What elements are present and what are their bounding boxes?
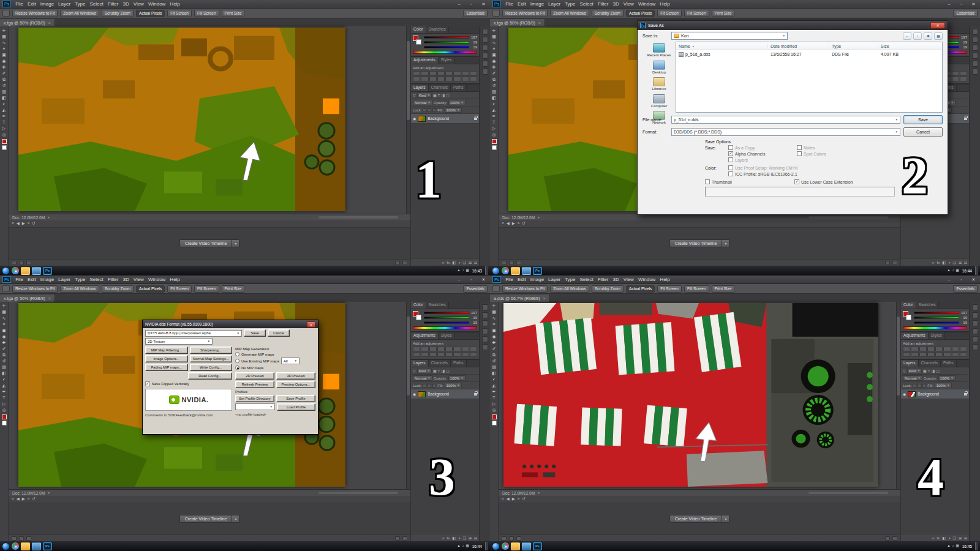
lock-position-icon[interactable] [432, 108, 436, 112]
adjustment-icon[interactable] [903, 347, 910, 351]
timeline-option-icon[interactable] [502, 261, 507, 265]
minimize-button[interactable]: – [455, 277, 463, 282]
adjustment-icon[interactable] [960, 77, 967, 81]
adjustment-icon[interactable] [952, 352, 959, 357]
column-type[interactable]: Type [829, 44, 878, 48]
show-desktop-button[interactable] [975, 542, 978, 550]
crop-tool[interactable]: ▣ [492, 52, 496, 58]
actions-panel-icon[interactable] [482, 328, 488, 334]
start-button[interactable] [492, 542, 500, 550]
layer-group-icon[interactable]: ❏ [463, 261, 466, 264]
start-button[interactable] [2, 267, 10, 275]
adjustment-icon[interactable] [453, 347, 461, 351]
play-icon[interactable]: ▶ [512, 497, 515, 501]
place-libraries[interactable]: Libraries [652, 77, 666, 91]
resize-windows-to-fit-option[interactable]: Resize Windows to Fit [502, 285, 548, 293]
timeline-option-icon[interactable] [516, 261, 521, 265]
crop-tool[interactable]: ▣ [492, 328, 496, 333]
volume-icon[interactable]: ♪ [462, 269, 464, 272]
timeline-type-caret[interactable]: ▼ [232, 239, 239, 247]
adjustment-icon[interactable] [421, 352, 428, 357]
generate-mip-maps-radio[interactable]: Generate MIP maps [235, 352, 315, 356]
menu-layer[interactable]: Layer [548, 1, 560, 7]
link-layers-icon[interactable]: ∞ [932, 261, 934, 264]
tab-swatches[interactable]: Swatches [426, 26, 449, 33]
canvas-image[interactable] [503, 303, 878, 487]
fit-screen-button[interactable]: Fit Screen [657, 285, 682, 293]
column-date-modified[interactable]: Date modified [768, 44, 829, 48]
filter-smart-icon[interactable]: ▢ [446, 369, 450, 373]
blend-mode-select[interactable]: Normal▼ [903, 375, 922, 381]
vertical-scrollbar[interactable] [406, 302, 410, 489]
timeline-option-icon[interactable] [19, 261, 24, 265]
tab-layers[interactable]: Layers [901, 360, 919, 367]
show-desktop-button[interactable] [975, 266, 978, 275]
dodge-tool[interactable]: ◭ [492, 107, 496, 113]
info-panel-icon[interactable] [972, 45, 978, 51]
clone-source-panel-icon[interactable] [482, 69, 488, 75]
adjustment-icon[interactable] [445, 71, 453, 76]
photoshop-taskbar-icon[interactable]: Ps [533, 542, 542, 550]
create-video-timeline-button[interactable]: Create Video Timeline [179, 239, 233, 247]
media-app-icon[interactable] [522, 542, 531, 550]
status-menu-icon[interactable]: ▼ [47, 491, 50, 495]
close-button[interactable]: ✕ [970, 2, 978, 7]
timeline-option-icon[interactable] [26, 261, 31, 265]
horizontal-scrollbar[interactable] [318, 216, 398, 219]
adjustment-icon[interactable] [437, 71, 445, 76]
tab-paths[interactable]: Paths [941, 360, 957, 367]
first-frame-icon[interactable]: « [12, 222, 14, 226]
tab-close-icon[interactable]: × [48, 21, 51, 25]
adjustment-layer-icon[interactable]: ◑ [458, 536, 461, 540]
eraser-tool[interactable]: ▨ [492, 89, 496, 94]
network-icon[interactable]: ▦ [466, 269, 469, 272]
foreground-color-swatch[interactable] [492, 414, 497, 419]
lasso-tool[interactable]: ∿ [2, 40, 6, 45]
lasso-tool[interactable]: ∿ [492, 40, 496, 45]
read-config-button[interactable]: Read Config... [188, 372, 233, 380]
tab-color[interactable]: Color [901, 302, 916, 309]
adjustment-icon[interactable] [421, 77, 428, 81]
sharpening-button[interactable]: Sharpening... [190, 347, 233, 354]
actual-pixels-button[interactable]: Actual Pixels [136, 285, 165, 293]
adjustment-icon[interactable] [943, 352, 951, 357]
no-mip-maps-radio[interactable]: No MIP maps [235, 365, 315, 370]
minimize-button[interactable]: – [455, 2, 463, 6]
resize-windows-to-fit-option[interactable]: Resize Windows to Fit [502, 10, 548, 17]
spot-colors-checkbox[interactable]: Spot Colors [797, 151, 826, 156]
menu-filter[interactable]: Filter [598, 277, 609, 282]
lasso-tool[interactable]: ∿ [492, 315, 496, 321]
blue-slider[interactable] [424, 46, 469, 48]
info-panel-icon[interactable] [482, 45, 488, 51]
start-button[interactable] [492, 267, 500, 275]
tab-layers[interactable]: Layers [411, 84, 429, 91]
kind-filter-select[interactable]: Kind▼ [907, 368, 922, 373]
menu-view[interactable]: View [134, 277, 144, 282]
fill-select[interactable]: 100%▼ [935, 383, 952, 388]
clone-source-panel-icon[interactable] [972, 344, 978, 350]
new-layer-icon[interactable]: ⊞ [469, 536, 472, 540]
eyedropper-tool[interactable]: ◉ [492, 58, 496, 64]
adjustment-icon[interactable] [413, 352, 420, 357]
next-frame-icon[interactable]: » [28, 497, 30, 501]
explorer-icon[interactable] [21, 542, 30, 550]
menu-window[interactable]: Window [638, 277, 655, 282]
menu-filter[interactable]: Filter [108, 1, 119, 7]
brush-tool[interactable]: ✐ [492, 346, 496, 351]
adjustment-icon[interactable] [935, 352, 943, 357]
path-select-tool[interactable]: ▷ [492, 126, 496, 131]
background-color-swatch[interactable] [2, 421, 7, 425]
cancel-button[interactable]: Cancel [268, 329, 290, 337]
color-spectrum-ramp[interactable] [413, 326, 477, 329]
adjustment-icon[interactable] [935, 347, 943, 351]
adjustment-icon[interactable] [960, 352, 967, 357]
adjustment-icon[interactable] [919, 352, 927, 357]
clone-stamp-tool[interactable]: ⧉ [2, 352, 6, 358]
dodge-tool[interactable]: ◭ [492, 383, 496, 388]
create-video-timeline-button[interactable]: Create Video Timeline [179, 515, 233, 523]
tab-swatches[interactable]: Swatches [426, 302, 449, 309]
place-recent-places[interactable]: Recent Places [647, 43, 671, 58]
timeline-type-caret[interactable]: ▼ [722, 515, 729, 523]
adjustment-icon[interactable] [943, 347, 951, 351]
green-slider[interactable] [914, 317, 959, 319]
